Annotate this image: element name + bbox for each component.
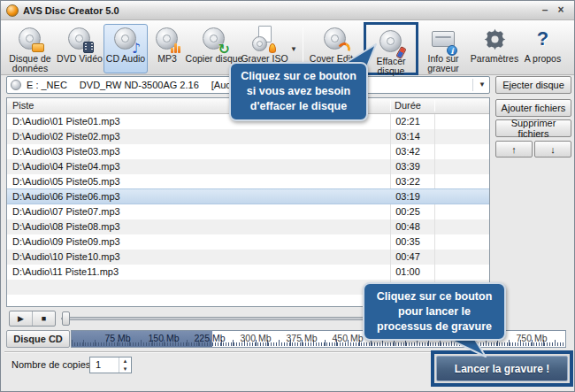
erase-annotation-box: Effacerdisque [364, 22, 418, 75]
data-disc-icon [16, 26, 44, 54]
track-duration: 03:42 [386, 144, 430, 159]
erase-disc-icon [377, 28, 405, 57]
table-row[interactable]: D:\Audio\05 Piste05.mp303:22 [7, 174, 489, 189]
burn-iso-icon [250, 26, 279, 54]
disc-type-label[interactable]: Disque CD [6, 330, 70, 348]
app-icon [6, 4, 19, 17]
eject-disc-button[interactable]: Ejecter disque [495, 76, 571, 94]
copies-stepper[interactable]: 1 ▲ ▼ [89, 357, 132, 373]
toolbar-button-effacer-disque[interactable]: Effacerdisque [366, 27, 416, 73]
question-icon: ? [529, 26, 557, 54]
track-path: D:\Audio\01 Piste01.mp3 [12, 114, 120, 129]
play-button[interactable]: ▶ [10, 311, 33, 326]
track-path: D:\Audio\03 Piste03.mp3 [12, 144, 120, 159]
minimize-button[interactable]: – [537, 4, 553, 17]
table-body: D:\Audio\01 Piste01.mp302:21D:\Audio\02 … [7, 114, 489, 306]
track-duration: 00:25 [386, 204, 430, 219]
close-button[interactable]: × [553, 4, 569, 17]
toolbar-button-cd-audio[interactable]: ♪CD Audio [104, 24, 148, 73]
toolbar-button-disque-de-donnees[interactable]: Disque dedonnées [4, 24, 56, 73]
track-path: D:\Audio\11 Piste11.mp3 [12, 265, 119, 280]
window-title: AVS Disc Creator 5.0 [23, 5, 537, 16]
spin-up-icon[interactable]: ▲ [119, 357, 131, 365]
remove-files-button[interactable]: Supprimer fichiers [495, 119, 571, 137]
mp3-disc-icon [153, 26, 181, 54]
dvd-video-icon [65, 26, 94, 54]
track-duration: 00:35 [386, 234, 430, 250]
transport-controls: ▶ ■ [9, 311, 56, 327]
toolbar-button-info-sur-graveur[interactable]: iInfo surgraveur [418, 24, 468, 73]
track-duration: 00:48 [386, 219, 430, 234]
track-path: D:\Audio\09 Piste09.mp3 [12, 234, 120, 250]
move-down-button[interactable]: ↓ [534, 141, 571, 158]
titlebar: AVS Disc Creator 5.0 – × [1, 1, 574, 20]
toolbar-button-mp3[interactable]: MP3 [148, 24, 187, 73]
burn-callout: Cliquez sur ce bouton pour lancer le pro… [363, 282, 506, 341]
capacity-marker: 150 Mb [148, 333, 179, 343]
add-files-button[interactable]: Ajouter fichiers [495, 99, 571, 117]
disc-icon [11, 80, 21, 90]
track-duration: 02:21 [386, 114, 430, 129]
table-row[interactable]: D:\Audio\07 Piste07.mp300:25 [7, 204, 489, 219]
drive-info-icon: i [429, 26, 457, 54]
table-row[interactable]: D:\Audio\06 Piste06.mp303:19 [7, 188, 489, 204]
cd-audio-icon: ♪ [111, 26, 140, 54]
track-duration: 03:14 [386, 129, 430, 144]
table-row[interactable]: D:\Audio\10 Piste10.mp300:47 [7, 250, 489, 265]
start-burning-button[interactable]: Lancer la gravure ! [436, 356, 568, 381]
cover-editor-icon [321, 26, 349, 54]
track-path: D:\Audio\06 Piste06.mp3 [12, 189, 120, 204]
track-path: D:\Audio\04 Piste04.mp3 [12, 159, 120, 174]
copy-disc-icon: ↻ [200, 26, 228, 54]
table-row[interactable]: D:\Audio\11 Piste11.mp301:00 [7, 265, 489, 280]
capacity-marker: 300 Mb [240, 333, 271, 343]
spin-down-icon[interactable]: ▼ [119, 365, 131, 373]
toolbar-button-dvd-video[interactable]: DVD Vidéo [56, 24, 104, 73]
drive-letter: E : _NEC [27, 80, 67, 90]
erase-callout: Cliquez sur ce bouton si vous avez besoi… [229, 62, 368, 121]
capacity-marker: 75 Mb [104, 333, 130, 343]
table-row[interactable]: D:\Audio\09 Piste09.mp300:35 [7, 234, 489, 250]
track-path: D:\Audio\07 Piste07.mp3 [12, 204, 120, 219]
toolbar-button-a-propos[interactable]: ?A propos [521, 24, 564, 73]
track-duration: 01:00 [386, 265, 430, 280]
gear-icon [480, 26, 509, 54]
track-duration: 03:19 [386, 189, 430, 204]
burn-button-annotation: Lancer la gravure ! [431, 350, 573, 387]
track-path: D:\Audio\08 Piste08.mp3 [12, 219, 120, 234]
table-row[interactable]: D:\Audio\08 Piste08.mp300:48 [7, 219, 489, 234]
capacity-marker: 750 Mb [516, 333, 547, 343]
track-path: D:\Audio\05 Piste05.mp3 [12, 174, 120, 189]
app-window: AVS Disc Creator 5.0 – × Disque dedonnée… [0, 0, 575, 392]
track-duration: 03:39 [386, 159, 430, 174]
table-row[interactable]: D:\Audio\02 Piste02.mp303:14 [7, 129, 489, 144]
column-header-piste[interactable]: Piste [12, 98, 34, 113]
table-row[interactable]: D:\Audio\03 Piste03.mp303:42 [7, 144, 489, 159]
table-row[interactable]: D:\Audio\04 Piste04.mp303:39 [7, 159, 489, 174]
capacity-marker: 225 Mb [194, 333, 225, 343]
toolbar-button-parametres[interactable]: Paramètres [468, 24, 521, 73]
track-path: D:\Audio\10 Piste10.mp3 [12, 250, 120, 265]
move-up-button[interactable]: ↑ [495, 141, 533, 158]
drive-model: DVD_RW ND-3500AG 2.16 [80, 80, 199, 90]
column-header-duree[interactable]: Durée [386, 98, 430, 113]
stop-button[interactable]: ■ [33, 311, 55, 326]
chevron-down-icon[interactable]: ▼ [472, 79, 486, 91]
capacity-marker: 450 Mb [332, 333, 363, 343]
track-path: D:\Audio\02 Piste02.mp3 [12, 129, 120, 144]
track-duration: 03:22 [386, 174, 430, 189]
seek-slider-handle[interactable] [62, 311, 70, 326]
track-duration: 00:47 [386, 250, 430, 265]
capacity-marker: 375 Mb [286, 333, 317, 343]
copies-label: Nombre de copies: [12, 357, 93, 373]
copies-value[interactable]: 1 [90, 357, 119, 373]
track-table: Piste Durée D:\Audio\01 Piste01.mp302:21… [6, 97, 490, 307]
